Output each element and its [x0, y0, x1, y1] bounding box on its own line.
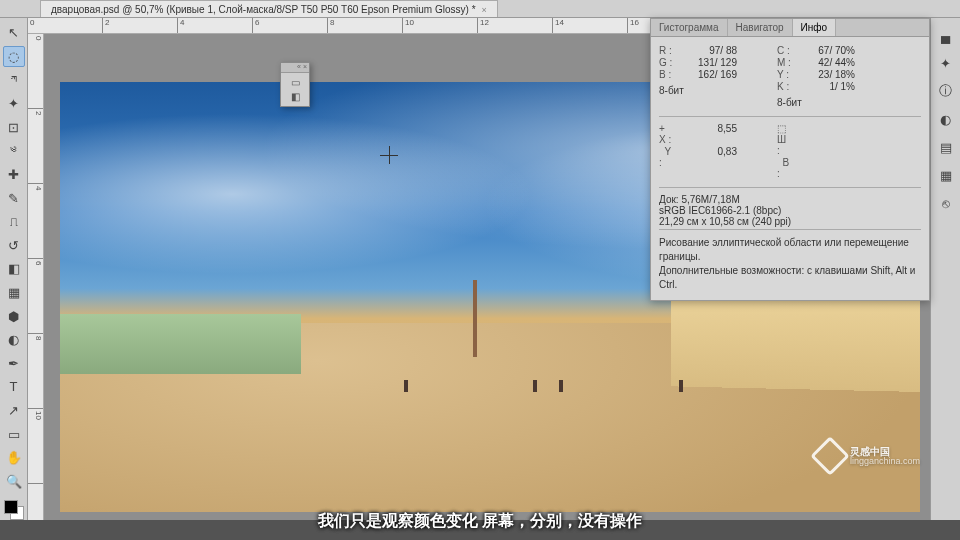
doc-info: Док: 5,76M/7,18M sRGB IEC61966-2.1 (8bpc… [659, 187, 921, 227]
eraser-tool-icon[interactable]: ◧ [3, 258, 25, 280]
ruler-tick: 0 [28, 34, 43, 109]
ruler-tick: 4 [28, 184, 43, 259]
zoom-tool-icon[interactable]: 🔍 [3, 471, 25, 493]
history-brush-icon[interactable]: ↺ [3, 235, 25, 257]
ruler-tick: 10 [403, 18, 478, 33]
ruler-tick: 10 [28, 409, 43, 484]
tab-histogram[interactable]: Гистограмма [651, 19, 728, 36]
ruler-tick: 8 [328, 18, 403, 33]
adjustments-icon[interactable]: ◐ [935, 108, 957, 130]
ruler-tick: 12 [478, 18, 553, 33]
video-subtitle: 我们只是观察颜色变化 屏幕，分别，没有操作 [0, 511, 960, 532]
ruler-tick: 6 [253, 18, 328, 33]
type-tool-icon[interactable]: T [3, 376, 25, 398]
marquee-tool-icon[interactable]: ◌ [3, 46, 25, 68]
heal-tool-icon[interactable]: ✚ [3, 164, 25, 186]
paths-icon[interactable]: ⎋ [935, 192, 957, 214]
path-tool-icon[interactable]: ↗ [3, 400, 25, 422]
navigator-icon[interactable]: ✦ [935, 52, 957, 74]
info-panel-body: R :97/ 88 G :131/ 129 B :162/ 169 8-бит … [651, 37, 929, 300]
document-tab[interactable]: дварцовая.psd @ 50,7% (Кривые 1, Слой-ма… [40, 0, 498, 17]
rgb-readout: R :97/ 88 G :131/ 129 B :162/ 169 8-бит [659, 45, 737, 108]
wh-readout: ⬚ Ш : В : [777, 123, 855, 179]
ruler-vertical[interactable]: 0 2 4 6 8 10 [28, 34, 44, 520]
ruler-tick: 0 [28, 18, 103, 33]
bit-depth: 8-бит [659, 85, 684, 96]
info-panel: Гистограмма Навигатор Инфо R :97/ 88 G :… [650, 18, 930, 301]
eyedropper-tool-icon[interactable]: ༄ [3, 140, 25, 162]
lasso-tool-icon[interactable]: ཀ [3, 69, 25, 91]
image-building-left [60, 314, 301, 374]
tool-hint: Рисование эллиптической области или пере… [659, 229, 921, 292]
cmyk-readout: C :67/ 70% M :42/ 44% Y :23/ 18% K :1/ 1… [777, 45, 855, 108]
mini-panel-body: ▭ ◧ [281, 73, 309, 106]
image-person [559, 380, 563, 392]
shape-tool-icon[interactable]: ▭ [3, 423, 25, 445]
watermark-text: 灵感中国 [850, 447, 920, 457]
hand-tool-icon[interactable]: ✋ [3, 447, 25, 469]
stamp-tool-icon[interactable]: ⎍ [3, 211, 25, 233]
watermark-logo-icon [810, 436, 850, 476]
image-person [533, 380, 537, 392]
layers-icon[interactable]: ▤ [935, 136, 957, 158]
dodge-tool-icon[interactable]: ◐ [3, 329, 25, 351]
ruler-tick: 2 [103, 18, 178, 33]
ruler-tick: 4 [178, 18, 253, 33]
info-icon[interactable]: ⓘ [935, 80, 957, 102]
tools-panel: ↖ ◌ ཀ ✦ ⊡ ༄ ✚ ✎ ⎍ ↺ ◧ ▦ ⬢ ◐ ✒ T ↗ ▭ ✋ 🔍 [0, 18, 28, 520]
xy-readout: + X :8,55 Y :0,83 [659, 123, 737, 179]
panel-icon[interactable]: ▭ [291, 77, 300, 88]
blur-tool-icon[interactable]: ⬢ [3, 305, 25, 327]
close-icon[interactable]: × [482, 5, 487, 15]
info-panel-tabs: Гистограмма Навигатор Инфо [651, 19, 929, 37]
mini-panel[interactable]: « × ▭ ◧ [280, 62, 310, 107]
watermark-url: lingganchina.com [850, 457, 920, 466]
workarea: ↖ ◌ ཀ ✦ ⊡ ༄ ✚ ✎ ⎍ ↺ ◧ ▦ ⬢ ◐ ✒ T ↗ ▭ ✋ 🔍 … [0, 18, 960, 520]
gradient-tool-icon[interactable]: ▦ [3, 282, 25, 304]
wand-tool-icon[interactable]: ✦ [3, 93, 25, 115]
mini-panel-header[interactable]: « × [281, 63, 309, 73]
move-tool-icon[interactable]: ↖ [3, 22, 25, 44]
panel-icon[interactable]: ◧ [291, 91, 300, 102]
pen-tool-icon[interactable]: ✒ [3, 353, 25, 375]
crop-tool-icon[interactable]: ⊡ [3, 116, 25, 138]
image-person [404, 380, 408, 392]
ruler-tick: 2 [28, 109, 43, 184]
bit-depth: 8-бит [777, 97, 802, 108]
right-dock: ▄ ✦ ⓘ ◐ ▤ ▦ ⎋ [930, 18, 960, 520]
ruler-tick: 8 [28, 334, 43, 409]
histogram-icon[interactable]: ▄ [935, 24, 957, 46]
ruler-tick: 6 [28, 259, 43, 334]
watermark: 灵感中国 lingganchina.com [816, 442, 920, 470]
tab-title: дварцовая.psd @ 50,7% (Кривые 1, Слой-ма… [51, 4, 476, 15]
tab-navigator[interactable]: Навигатор [728, 19, 793, 36]
image-person [679, 380, 683, 392]
tab-info[interactable]: Инфо [793, 19, 837, 36]
document-tabs: дварцовая.psd @ 50,7% (Кривые 1, Слой-ма… [0, 0, 960, 18]
image-column [473, 280, 477, 357]
brush-tool-icon[interactable]: ✎ [3, 187, 25, 209]
ruler-tick: 14 [553, 18, 628, 33]
channels-icon[interactable]: ▦ [935, 164, 957, 186]
